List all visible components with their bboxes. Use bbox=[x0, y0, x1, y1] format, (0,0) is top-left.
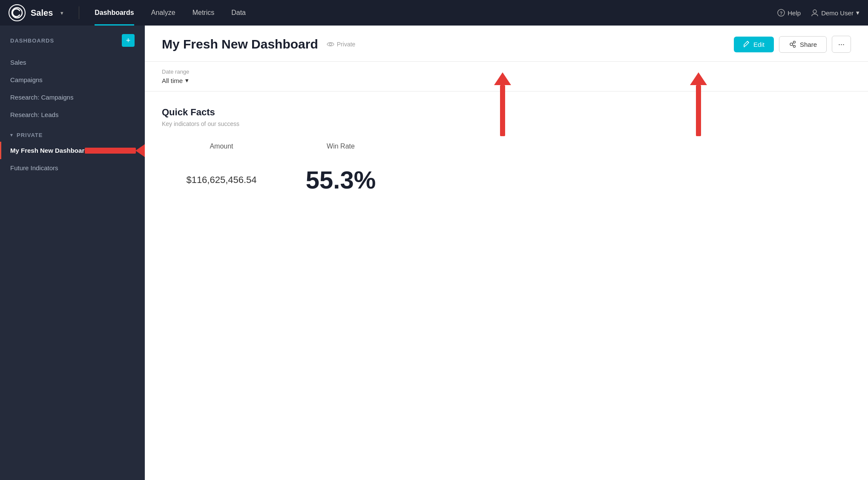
private-chevron-icon: ▾ bbox=[10, 132, 13, 138]
nav-data[interactable]: Data bbox=[223, 0, 254, 26]
private-section-label: PRIVATE bbox=[17, 132, 43, 138]
section-title: Quick Facts bbox=[162, 107, 851, 118]
app-logo[interactable] bbox=[9, 4, 26, 21]
share-icon bbox=[789, 41, 796, 48]
nav-analyze[interactable]: Analyze bbox=[143, 0, 184, 26]
logo-area: Sales ▾ bbox=[9, 4, 72, 21]
private-badge: Private bbox=[327, 40, 356, 48]
svg-line-8 bbox=[792, 43, 793, 44]
add-dashboard-button[interactable]: + bbox=[122, 34, 135, 47]
sidebar-item-my-fresh-dashboard[interactable]: My Fresh New Dashboard bbox=[0, 142, 145, 159]
section-subtitle: Key indicators of our success bbox=[162, 120, 851, 127]
date-range-picker[interactable]: All time ▾ bbox=[162, 77, 851, 84]
more-options-button[interactable]: ··· bbox=[832, 36, 851, 53]
svg-point-4 bbox=[329, 43, 331, 45]
app-title: Sales bbox=[31, 8, 53, 18]
top-nav: Sales ▾ Dashboards Analyze Metrics Data … bbox=[0, 0, 868, 26]
win-rate-value: 55.3% bbox=[281, 166, 400, 194]
sidebar-item-future-indicators[interactable]: Future Indicators bbox=[0, 159, 145, 177]
layout: DASHBOARDS + Sales Campaigns Research: C… bbox=[0, 26, 868, 480]
user-menu[interactable]: Demo User ▾ bbox=[811, 9, 859, 17]
nav-right: ? Help Demo User ▾ bbox=[777, 9, 859, 17]
dashboard-title: My Fresh New Dashboard bbox=[162, 37, 318, 51]
sidebar-item-sales[interactable]: Sales bbox=[0, 54, 145, 71]
header-actions: Edit Share ··· bbox=[734, 36, 851, 53]
metric-values-row: $116,625,456.54 55.3% bbox=[162, 166, 851, 194]
sidebar-header: DASHBOARDS + bbox=[0, 26, 145, 54]
help-icon: ? bbox=[777, 9, 785, 17]
user-icon bbox=[811, 9, 819, 17]
edit-button[interactable]: Edit bbox=[734, 37, 774, 52]
eye-icon bbox=[327, 40, 334, 48]
nav-metrics[interactable]: Metrics bbox=[184, 0, 223, 26]
metrics-headers: Amount Win Rate bbox=[162, 143, 851, 157]
svg-text:?: ? bbox=[780, 11, 783, 16]
amount-col-header: Amount bbox=[162, 143, 281, 150]
date-range-chevron-icon: ▾ bbox=[185, 77, 189, 84]
share-button[interactable]: Share bbox=[779, 36, 827, 53]
amount-value: $116,625,456.54 bbox=[162, 174, 281, 186]
sidebar-item-research-campaigns[interactable]: Research: Campaigns bbox=[0, 89, 145, 106]
quick-facts-section: Quick Facts Key indicators of our succes… bbox=[145, 91, 868, 209]
svg-point-3 bbox=[813, 10, 816, 13]
nav-links: Dashboards Analyze Metrics Data bbox=[86, 0, 254, 26]
nav-divider bbox=[79, 6, 79, 19]
sidebar: DASHBOARDS + Sales Campaigns Research: C… bbox=[0, 26, 145, 480]
svg-line-9 bbox=[792, 45, 793, 46]
app-chevron-icon[interactable]: ▾ bbox=[60, 10, 63, 16]
sidebar-item-campaigns[interactable]: Campaigns bbox=[0, 71, 145, 89]
main-content: My Fresh New Dashboard Private Edit bbox=[145, 26, 868, 480]
nav-dashboards[interactable]: Dashboards bbox=[86, 0, 142, 26]
win-rate-col-header: Win Rate bbox=[281, 143, 400, 150]
private-section-header[interactable]: ▾ PRIVATE bbox=[0, 123, 145, 142]
dashboard-header: My Fresh New Dashboard Private Edit bbox=[145, 26, 868, 62]
svg-point-7 bbox=[793, 46, 795, 48]
metrics-table: Amount Win Rate $116,625,456.54 55.3% bbox=[162, 143, 851, 194]
date-range-section: Date range All time ▾ bbox=[145, 62, 868, 91]
sidebar-item-research-leads[interactable]: Research: Leads bbox=[0, 106, 145, 123]
date-range-label: Date range bbox=[162, 69, 851, 75]
sidebar-section-title: DASHBOARDS bbox=[10, 37, 54, 44]
svg-point-6 bbox=[793, 41, 795, 43]
pencil-icon bbox=[743, 41, 750, 48]
help-button[interactable]: ? Help bbox=[777, 9, 801, 17]
